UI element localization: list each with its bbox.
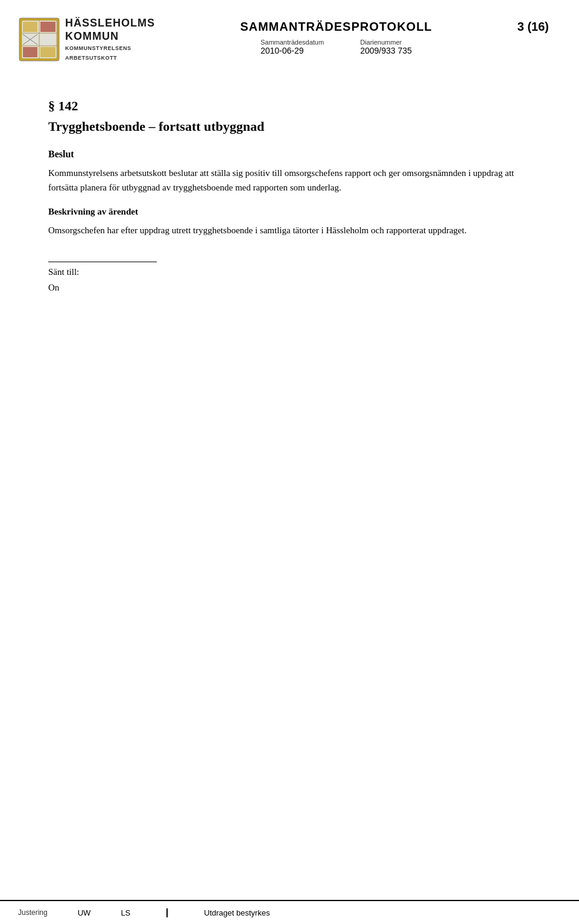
org-name-line2: KOMMUN	[65, 30, 155, 43]
section-title: Trygghetsboende – fortsatt utbyggnad	[48, 119, 531, 134]
svg-rect-7	[23, 47, 37, 57]
footer-justering: Justering	[18, 908, 48, 917]
header-center: SAMMANTRÄDESPROTOKOLL Sammanträdesdatum …	[155, 17, 517, 55]
meta-diarienummer-col: Diarienummer 2009/933 735	[360, 39, 412, 55]
org-name-line1: HÄSSLEHOLMS	[65, 17, 155, 30]
org-division-line2: ARBETSUTSKOTT	[65, 55, 155, 62]
org-division-line1: KOMMUNSTYRELSENS	[65, 45, 155, 52]
footer-ls: LS	[121, 908, 130, 917]
svg-rect-6	[40, 22, 55, 32]
diarienummer-label: Diarienummer	[360, 39, 412, 46]
sant-till-label: Sänt till:	[48, 267, 79, 277]
footer-utdraget: Utdraget bestyrkes	[204, 908, 270, 917]
signature-line	[48, 262, 157, 262]
footer-uw-value: UW	[78, 908, 91, 917]
sant-till-value: On	[48, 283, 59, 292]
footer-ls-value: LS	[121, 908, 130, 917]
date-value: 2010-06-29	[261, 46, 324, 55]
svg-rect-8	[40, 47, 55, 57]
beskrivning-text: Omsorgschefen har efter uppdrag utrett t…	[48, 223, 531, 237]
logo-area: HÄSSLEHOLMS KOMMUN KOMMUNSTYRELSENS ARBE…	[18, 17, 155, 62]
date-label: Sammanträdesdatum	[261, 39, 324, 46]
beslut-heading: Beslut	[48, 149, 531, 160]
footer-uw: UW	[78, 908, 91, 917]
diarienummer-value: 2009/933 735	[360, 46, 412, 55]
beslut-text: Kommunstyrelsens arbetsutskott beslutar …	[48, 166, 531, 195]
municipality-logo	[18, 17, 60, 62]
page-number: 3 (16)	[517, 20, 549, 34]
beskrivning-heading: Beskrivning av ärendet	[48, 207, 531, 217]
header-right: 3 (16)	[517, 17, 549, 34]
org-name-block: HÄSSLEHOLMS KOMMUN KOMMUNSTYRELSENS ARBE…	[65, 17, 155, 62]
page: HÄSSLEHOLMS KOMMUN KOMMUNSTYRELSENS ARBE…	[0, 0, 579, 924]
footer-left: Justering UW LS	[18, 908, 168, 917]
meta-date-col: Sammanträdesdatum 2010-06-29	[261, 39, 324, 55]
footer-right: Utdraget bestyrkes	[204, 907, 561, 918]
header: HÄSSLEHOLMS KOMMUN KOMMUNSTYRELSENS ARBE…	[0, 0, 579, 74]
header-left: HÄSSLEHOLMS KOMMUN KOMMUNSTYRELSENS ARBE…	[18, 17, 155, 62]
meta-table: Sammanträdesdatum 2010-06-29 Diarienumme…	[155, 39, 517, 55]
main-content: § 142 Trygghetsboende – fortsatt utbyggn…	[0, 74, 579, 900]
section-number: § 142	[48, 98, 531, 114]
svg-rect-10	[40, 34, 55, 45]
doc-type: SAMMANTRÄDESPROTOKOLL	[240, 20, 432, 34]
svg-rect-5	[23, 22, 37, 32]
footer: Justering UW LS Utdraget bestyrkes	[0, 900, 579, 924]
sant-till-block: Sänt till: On	[48, 265, 531, 295]
footer-justering-label: Justering	[18, 908, 48, 917]
